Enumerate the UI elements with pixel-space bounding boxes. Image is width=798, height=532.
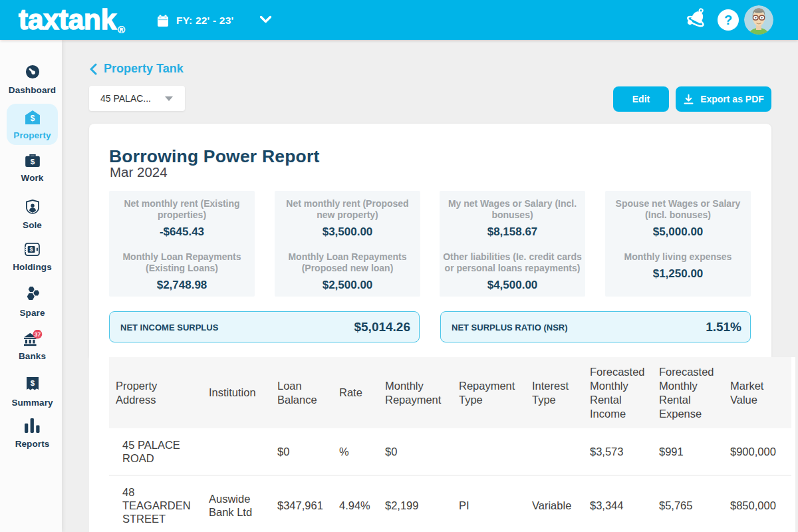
svg-text:$: $ [30,246,33,253]
svg-text:$: $ [30,379,35,387]
svg-text:$: $ [30,114,35,123]
svg-text:$: $ [30,157,35,166]
svg-text:37: 37 [34,331,41,338]
